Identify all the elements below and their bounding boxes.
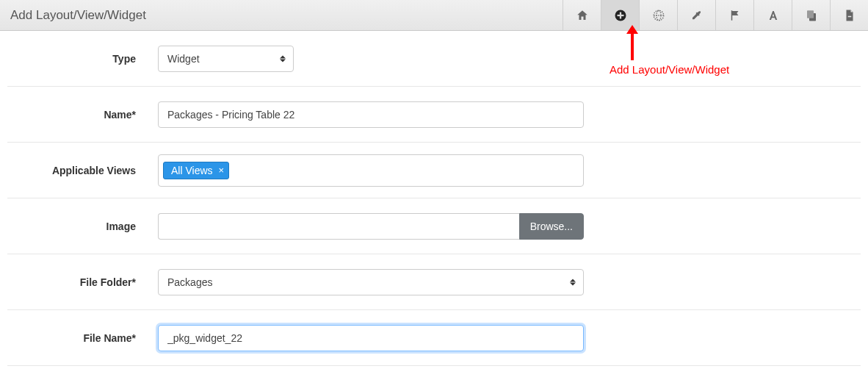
- views-tag[interactable]: All Views ×: [163, 162, 229, 179]
- svg-rect-2: [617, 14, 623, 15]
- folder-row: File Folder* Packages: [7, 254, 861, 310]
- file-icon[interactable]: [830, 0, 868, 30]
- image-label: Image: [7, 221, 158, 232]
- page-title: Add Layout/View/Widget: [10, 8, 146, 23]
- font-icon[interactable]: [753, 0, 792, 30]
- close-icon[interactable]: ×: [219, 165, 225, 175]
- globe-icon[interactable]: [639, 0, 677, 30]
- filename-input[interactable]: [158, 325, 584, 351]
- sort-caret-icon: [570, 279, 576, 285]
- views-tag-label: All Views: [171, 165, 213, 176]
- image-row: Image Browse...: [7, 198, 861, 254]
- form-content: Type Widget Name* Applicable Views All V…: [0, 31, 868, 366]
- copy-icon[interactable]: [792, 0, 830, 30]
- eyedropper-icon[interactable]: [677, 0, 715, 30]
- filename-row: File Name*: [7, 310, 861, 366]
- folder-label: File Folder*: [7, 276, 158, 288]
- views-tagbox[interactable]: All Views ×: [158, 154, 584, 187]
- name-label: Name*: [7, 109, 158, 121]
- filename-label: File Name*: [7, 332, 158, 344]
- folder-select[interactable]: Packages: [158, 269, 584, 295]
- svg-rect-8: [847, 15, 851, 17]
- type-select-value: Widget: [167, 53, 200, 65]
- toolbar: [563, 0, 868, 30]
- folder-select-value: Packages: [167, 276, 212, 288]
- views-label: Applicable Views: [7, 165, 158, 176]
- image-file-field[interactable]: [158, 213, 519, 240]
- name-row: Name*: [7, 87, 861, 143]
- home-icon[interactable]: [563, 0, 601, 30]
- type-select[interactable]: Widget: [158, 46, 294, 72]
- image-file-group: Browse...: [158, 213, 584, 240]
- type-row: Type Widget: [7, 31, 861, 87]
- annotation-arrow: [631, 32, 634, 60]
- annotation-label: Add Layout/View/Widget: [610, 63, 729, 76]
- sort-caret-icon: [280, 55, 286, 62]
- svg-rect-7: [807, 10, 814, 18]
- type-label: Type: [7, 53, 158, 65]
- name-input[interactable]: [158, 101, 584, 128]
- views-row: Applicable Views All Views ×: [7, 143, 861, 198]
- flag-icon[interactable]: [715, 0, 753, 30]
- page-header: Add Layout/View/Widget: [0, 0, 868, 31]
- browse-button[interactable]: Browse...: [519, 213, 584, 240]
